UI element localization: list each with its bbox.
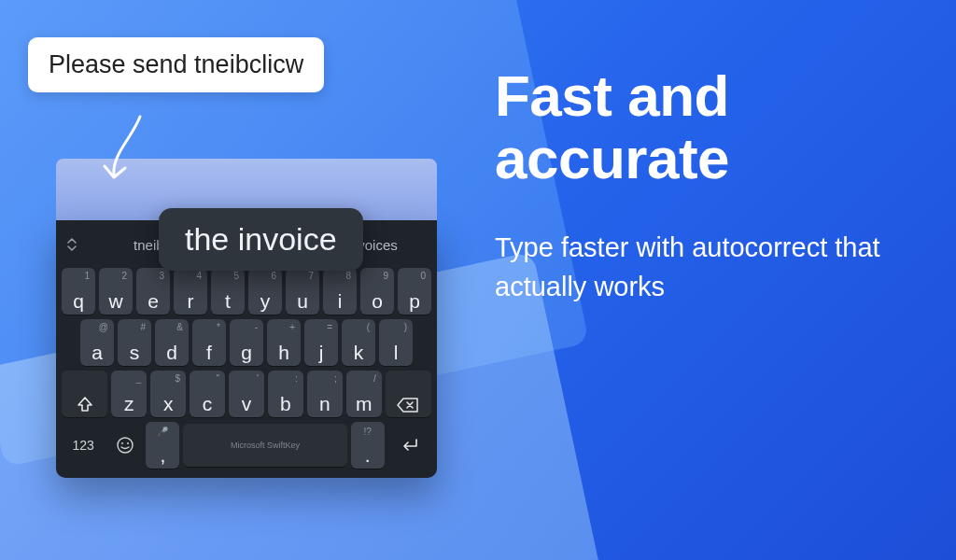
key-c[interactable]: "c	[190, 371, 225, 417]
autocorrect-popup[interactable]: the invoice	[159, 208, 363, 271]
key-main: k	[354, 343, 364, 362]
key-r[interactable]: 4r	[174, 268, 207, 315]
key-secondary: /	[373, 373, 376, 384]
key-secondary: )	[404, 322, 407, 332]
key-main: e	[148, 291, 159, 311]
key-secondary: (	[367, 322, 370, 332]
key-w[interactable]: 2w	[99, 268, 133, 315]
key-b[interactable]: :b	[268, 371, 303, 417]
key-secondary: 7	[308, 271, 314, 281]
key-q[interactable]: 1q	[62, 268, 95, 315]
numeric-key[interactable]: 123	[62, 422, 105, 469]
key-u[interactable]: 7u	[286, 268, 319, 315]
key-secondary: 8	[345, 271, 351, 281]
key-y[interactable]: 6y	[248, 268, 282, 315]
key-e[interactable]: 3e	[136, 268, 170, 315]
left-illustration: Please send tneibclicw tneib invoices 1q…	[28, 37, 443, 92]
backspace-icon	[397, 397, 419, 413]
key-main: d	[166, 343, 177, 362]
emoji-icon	[116, 436, 134, 455]
key-secondary: 6	[271, 271, 276, 281]
period-key[interactable]: !?.	[351, 422, 385, 469]
key-main: o	[372, 291, 383, 311]
key-main: s	[130, 343, 140, 362]
key-k[interactable]: (k	[342, 319, 375, 366]
key-main: h	[278, 343, 289, 362]
key-secondary: @	[99, 322, 108, 332]
key-i[interactable]: 8i	[323, 268, 357, 315]
key-secondary: 3	[159, 271, 164, 281]
key-main: a	[91, 343, 103, 362]
svg-point-2	[127, 442, 129, 444]
key-secondary: +	[289, 322, 295, 332]
key-main: t	[225, 291, 231, 311]
key-secondary: &	[176, 322, 183, 332]
backspace-key[interactable]	[386, 371, 431, 417]
key-row-4: 123 🎤, Microsoft SwiftKey !?.	[62, 422, 431, 469]
key-j[interactable]: =j	[304, 319, 338, 366]
key-secondary: ;	[334, 373, 337, 384]
key-main: m	[356, 394, 373, 413]
key-s[interactable]: #s	[118, 319, 151, 366]
key-secondary: '	[257, 373, 259, 384]
key-main: v	[242, 394, 252, 413]
headline-text: Fast and accurate	[495, 65, 924, 190]
svg-point-1	[121, 442, 123, 444]
arrow-icon	[93, 112, 159, 187]
key-secondary: 1	[84, 271, 90, 281]
key-secondary: 4	[196, 271, 202, 281]
key-main: p	[409, 291, 420, 311]
key-main: x	[163, 394, 174, 413]
emoji-key[interactable]	[108, 422, 142, 469]
key-secondary: :	[295, 373, 298, 384]
key-secondary: 0	[420, 271, 426, 281]
shift-key[interactable]	[62, 371, 107, 417]
key-h[interactable]: +h	[267, 319, 301, 366]
space-key[interactable]: Microsoft SwiftKey	[183, 424, 346, 467]
marketing-copy: Fast and accurate Type faster with autoc…	[495, 65, 924, 306]
svg-point-0	[118, 438, 133, 453]
key-g[interactable]: -g	[230, 319, 263, 366]
key-v[interactable]: 'v	[229, 371, 264, 417]
key-x[interactable]: $x	[150, 371, 186, 417]
subheading-text: Type faster with autocorrect that actual…	[495, 228, 924, 306]
key-secondary: "	[216, 373, 219, 384]
key-main: r	[188, 291, 194, 311]
key-row-2: @a#s&d*f-g+h=j(k)l	[62, 319, 431, 366]
key-f[interactable]: *f	[192, 319, 226, 366]
key-main: g	[241, 343, 252, 362]
key-o[interactable]: 9o	[360, 268, 394, 315]
key-t[interactable]: 5t	[211, 268, 245, 315]
key-main: n	[319, 394, 330, 413]
key-main: u	[297, 291, 308, 311]
expand-suggestions-icon[interactable]	[65, 238, 93, 251]
key-m[interactable]: /m	[346, 371, 382, 417]
key-secondary: 9	[383, 271, 388, 281]
key-secondary: 2	[121, 271, 127, 281]
typed-text-bubble: Please send tneibclicw	[28, 37, 324, 92]
key-a[interactable]: @a	[80, 319, 114, 366]
key-secondary: -	[255, 322, 258, 332]
key-d[interactable]: &d	[155, 319, 189, 366]
key-main: b	[280, 394, 291, 413]
key-secondary: *	[217, 322, 220, 332]
key-main: y	[260, 291, 271, 311]
key-main: w	[108, 291, 122, 311]
enter-icon	[400, 437, 420, 454]
enter-key[interactable]	[388, 422, 431, 469]
key-main: c	[203, 394, 213, 413]
shift-icon	[76, 395, 94, 413]
key-p[interactable]: 0p	[398, 268, 431, 315]
comma-key[interactable]: 🎤,	[146, 422, 179, 469]
key-main: z	[124, 394, 134, 413]
key-secondary: #	[140, 322, 146, 332]
key-l[interactable]: )l	[379, 319, 413, 366]
key-secondary: $	[176, 373, 181, 384]
key-n[interactable]: ;n	[307, 371, 343, 417]
key-main: f	[206, 343, 212, 362]
key-row-1: 1q2w3e4r5t6y7u8i9o0p	[62, 268, 431, 315]
key-main: q	[73, 291, 84, 311]
key-z[interactable]: _z	[111, 371, 147, 417]
key-main: i	[338, 291, 343, 311]
key-main: j	[319, 343, 324, 362]
